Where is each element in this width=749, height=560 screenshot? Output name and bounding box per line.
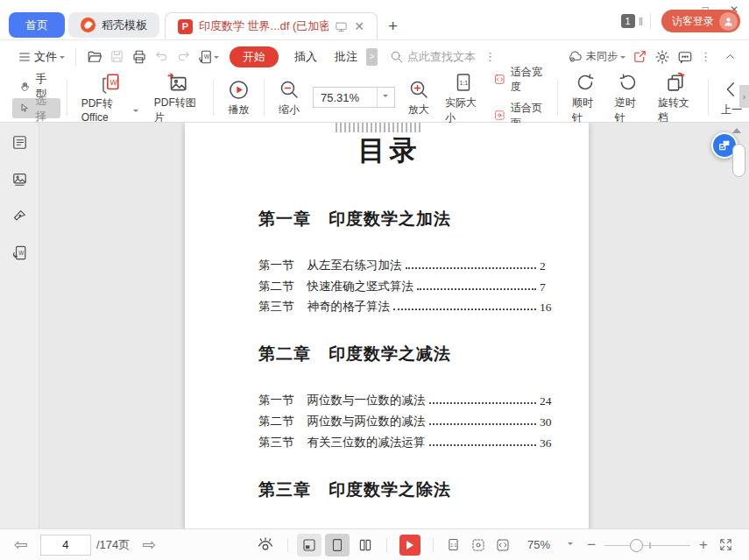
section-label: 第三节 xyxy=(258,435,294,450)
zoom-in-statusbar-button[interactable]: + xyxy=(694,537,713,552)
reading-mode-button[interactable] xyxy=(297,534,322,556)
share-button[interactable] xyxy=(629,46,651,67)
toolbar: 手型 选择 W PDF转Office PDF转图片 播放 xyxy=(0,73,749,123)
rotate-clockwise-button[interactable]: 顺时针 xyxy=(564,68,607,127)
fullscreen-button[interactable] xyxy=(713,537,738,552)
toc-row: 第二节两位数与两位数的减法30 xyxy=(258,408,552,429)
fullscreen-icon xyxy=(718,537,733,552)
svg-text:W: W xyxy=(204,53,210,60)
tab-document[interactable]: P 印度数学 世界...df (已加密) ✕ xyxy=(165,12,378,39)
fit-page-icon xyxy=(471,538,485,552)
select-tool-label: 选择 xyxy=(35,93,53,124)
export-word-panel-button[interactable]: W xyxy=(7,240,32,265)
page-number: 30 xyxy=(540,415,552,429)
file-menu[interactable]: 文件 xyxy=(14,46,68,68)
zoom-in-icon xyxy=(408,79,429,100)
zoom-out-icon xyxy=(279,79,300,100)
annotation-pen-button[interactable] xyxy=(7,203,32,228)
fit-width-button[interactable]: 适合宽度 xyxy=(494,65,546,95)
tab-docer-templates[interactable]: 稻壳模板 xyxy=(68,12,159,38)
page-number: 2 xyxy=(540,259,552,273)
eye-protection-button[interactable] xyxy=(251,535,280,555)
zoom-in-button[interactable]: 放大 xyxy=(400,75,437,119)
zoom-dropdown-icon[interactable] xyxy=(568,542,573,548)
toolbar-expand-button[interactable]: › xyxy=(739,85,749,108)
page-number-input[interactable] xyxy=(40,535,91,556)
play-button[interactable]: 播放 xyxy=(220,75,258,119)
pdf-to-office-button[interactable]: W PDF转Office xyxy=(74,69,146,125)
toc-chapter: 第二章 印度数学之减法第一节两位数与一位数的减法24第二节两位数与两位数的减法3… xyxy=(258,343,552,450)
new-tab-button[interactable]: + xyxy=(378,17,408,39)
ribbon-expand-button[interactable]: > xyxy=(366,48,378,66)
redo-button[interactable] xyxy=(173,46,194,67)
zoom-level-input[interactable] xyxy=(314,88,377,107)
zoom-out-statusbar-button[interactable]: − xyxy=(582,537,601,552)
section-title: 有关三位数的减法运算 xyxy=(307,435,426,450)
previous-page-button[interactable]: ⇦ xyxy=(11,536,32,553)
scrollbar-up-arrow[interactable] xyxy=(732,128,741,133)
zoom-dropdown-button[interactable] xyxy=(377,88,394,107)
reading-mode-icon xyxy=(301,537,317,553)
outline-panel-button[interactable] xyxy=(7,130,32,154)
tab-strip: 首页 稻壳模板 P 印度数学 世界...df (已加密) ✕ + xyxy=(9,12,408,39)
rotate-document-label: 旋转文档 xyxy=(658,96,694,125)
actual-size-statusbar-button[interactable]: 1:1 xyxy=(441,537,466,552)
status-bar: ⇦ /174页 ⇨ 1:1 75% − xyxy=(0,528,749,560)
more-menu-icon[interactable]: ⋮ xyxy=(696,50,715,63)
undo-button[interactable] xyxy=(151,46,173,67)
zoom-level-combobox[interactable] xyxy=(313,87,395,108)
tab-list-icon[interactable]: ‖ xyxy=(639,15,641,28)
pdf-to-image-button[interactable]: PDF转图片 xyxy=(146,68,207,127)
fit-width-label: 适合宽度 xyxy=(511,65,546,95)
ribbon-tab-comment[interactable]: 批注 xyxy=(326,46,366,68)
rotate-counterclockwise-button[interactable]: 逆时针 xyxy=(607,68,650,127)
rotate-document-icon xyxy=(665,71,687,93)
more-dots-icon[interactable]: ⋮ xyxy=(481,50,499,63)
chevron-up-icon xyxy=(724,50,737,63)
pdf-page[interactable]: 目录 第一章 印度数学之加法第一节从左至右练习加法2第二节快速准确之竖式算法7第… xyxy=(185,123,589,528)
chevron-down-icon xyxy=(214,56,219,61)
tab-count-badge[interactable]: 1 xyxy=(621,14,635,28)
leader-dots xyxy=(429,444,537,446)
rotate-document-button[interactable]: 旋转文档 xyxy=(650,68,702,127)
actual-size-button[interactable]: 1:1 实际大小 xyxy=(437,68,489,127)
detach-window-icon[interactable] xyxy=(335,20,348,33)
single-page-view-button[interactable] xyxy=(325,534,350,556)
actual-size-icon: 1:1 xyxy=(446,537,461,552)
scrollbar-thumb[interactable] xyxy=(732,144,745,177)
zoom-out-button[interactable]: 缩小 xyxy=(271,75,307,119)
find-text-button[interactable]: 点此查找文本 ⋮ xyxy=(386,46,503,68)
export-to-word-button[interactable]: W xyxy=(194,46,223,68)
print-button[interactable] xyxy=(128,46,151,68)
section-title: 快速准确之竖式算法 xyxy=(307,279,414,294)
settings-button[interactable] xyxy=(651,46,674,68)
close-tab-icon[interactable]: ✕ xyxy=(354,19,364,33)
slider-knob[interactable] xyxy=(630,539,643,552)
leader-dots xyxy=(429,402,537,404)
actual-size-label: 实际大小 xyxy=(445,96,481,125)
document-canvas[interactable]: 目录 第一章 印度数学之加法第一节从左至右练习加法2第二节快速准确之竖式算法7第… xyxy=(39,123,749,528)
svg-text:W: W xyxy=(18,249,24,255)
guest-login-button[interactable]: 访客登录 xyxy=(661,10,740,32)
tab-home[interactable]: 首页 xyxy=(9,12,65,38)
page-number: 16 xyxy=(540,301,552,315)
fit-page-statusbar-button[interactable] xyxy=(466,538,491,552)
doc-export-icon: W xyxy=(11,245,28,261)
thumbnail-panel-button[interactable] xyxy=(7,167,32,191)
select-tool-button[interactable]: 选择 xyxy=(12,98,60,118)
play-slideshow-button[interactable] xyxy=(399,535,420,556)
fit-width-statusbar-button[interactable] xyxy=(491,538,515,552)
collapse-ribbon-button[interactable] xyxy=(720,46,740,67)
two-page-view-button[interactable] xyxy=(353,534,378,556)
open-file-button[interactable] xyxy=(83,46,106,68)
ribbon-tab-start[interactable]: 开始 xyxy=(230,46,279,67)
next-page-button[interactable]: ⇨ xyxy=(138,536,159,553)
sync-status[interactable]: 未同步 xyxy=(563,45,629,68)
save-button[interactable] xyxy=(106,46,128,67)
toc-chapter: 第三章 印度数学之除法第一节当除数是9时44第二节当除数是7或8时48 xyxy=(258,478,552,528)
cursor-tools-group: 手型 选择 xyxy=(12,76,60,118)
zoom-slider[interactable] xyxy=(604,538,690,552)
chapter-title: 第三章 印度数学之除法 xyxy=(258,478,552,501)
feedback-button[interactable] xyxy=(674,46,696,68)
ribbon-tab-insert[interactable]: 插入 xyxy=(286,46,326,68)
